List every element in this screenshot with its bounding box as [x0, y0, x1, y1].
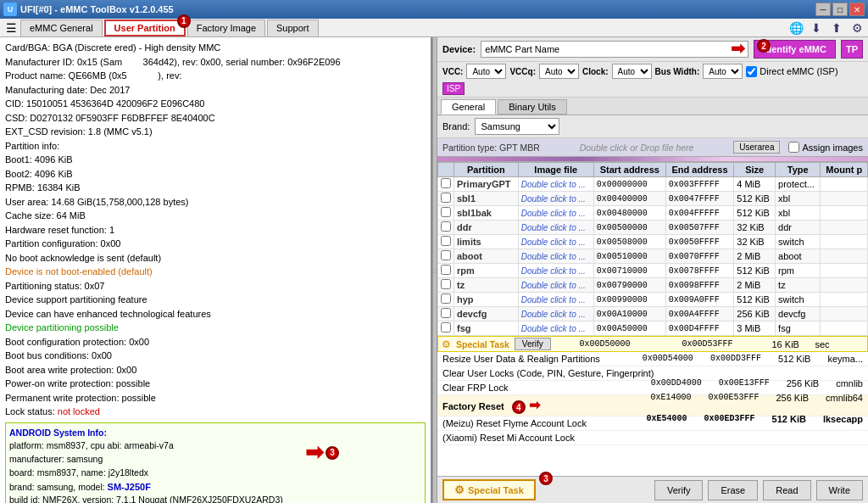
erase-button[interactable]: Erase	[708, 480, 758, 500]
row-image[interactable]: Double click to ...	[518, 278, 593, 293]
table-row[interactable]: limits Double click to ... 0x00508000 0x…	[438, 235, 868, 249]
table-row[interactable]: sbl1 Double click to ... 0x00400000 0x00…	[438, 192, 868, 206]
task-end: 0x00E13FFF	[719, 378, 770, 388]
row-image[interactable]: Double click to ...	[518, 293, 593, 307]
tab-user-partition[interactable]: User Partition 1	[104, 20, 186, 36]
brand-select[interactable]: Samsung	[475, 118, 559, 135]
special-end: 0x00D53FFF	[659, 339, 756, 349]
globe-icon[interactable]: 🌐	[787, 20, 805, 36]
annotation-badge-3: 3	[326, 446, 339, 460]
row-checkbox[interactable]	[438, 206, 454, 221]
row-type: xbl	[776, 192, 821, 206]
permanent-prot-line: Permanent write protection: possible	[5, 391, 426, 405]
row-image[interactable]: Double click to ...	[518, 192, 593, 206]
row-image[interactable]: Double click to ...	[518, 235, 593, 249]
assign-images-checkbox[interactable]	[788, 142, 799, 153]
direct-emmc-checkbox-label[interactable]: Direct eMMC (ISP)	[746, 66, 837, 77]
assign-images-label[interactable]: Assign images	[788, 142, 863, 153]
upload-icon[interactable]: ⬆	[827, 20, 846, 36]
row-checkbox[interactable]	[438, 264, 454, 278]
read-button[interactable]: Read	[763, 480, 810, 500]
tab-support[interactable]: Support	[267, 20, 319, 36]
row-checkbox[interactable]	[438, 249, 454, 264]
userarea-button[interactable]: Userarea	[733, 141, 780, 154]
table-row[interactable]: aboot Double click to ... 0x00510000 0x0…	[438, 249, 868, 264]
row-partition: devcfg	[454, 307, 519, 321]
task-row[interactable]: Clear User Locks (Code, PIN, Gesture, Fi…	[437, 366, 868, 381]
row-end: 0x004FFFFF	[665, 206, 733, 221]
tab-factory-image[interactable]: Factory Image	[187, 20, 265, 36]
row-type: tz	[776, 278, 821, 293]
verify-button[interactable]: Verify	[654, 480, 704, 500]
row-image[interactable]: Double click to ...	[518, 221, 593, 235]
row-type: fsg	[776, 321, 821, 336]
titlebar-controls[interactable]: ─ □ ✕	[815, 3, 865, 16]
verify-special-button[interactable]: Verify	[515, 338, 551, 350]
row-size: 32 KiB	[734, 235, 776, 249]
table-row[interactable]: sbl1bak Double click to ... 0x00480000 0…	[438, 206, 868, 221]
row-image[interactable]: Double click to ...	[518, 321, 593, 336]
row-image[interactable]: Double click to ...	[518, 307, 593, 321]
row-checkbox[interactable]	[438, 278, 454, 293]
row-image[interactable]: Double click to ...	[518, 264, 593, 278]
row-start: 0x00710000	[593, 264, 665, 278]
table-row[interactable]: hyp Double click to ... 0x00990000 0x009…	[438, 293, 868, 307]
write-button[interactable]: Write	[816, 480, 863, 500]
minimize-button[interactable]: ─	[815, 3, 831, 16]
row-checkbox[interactable]	[438, 321, 454, 336]
tab-emmc-general[interactable]: eMMC General	[20, 20, 103, 36]
direct-emmc-checkbox[interactable]	[746, 66, 757, 77]
special-start: 0x00D50000	[556, 339, 654, 349]
row-image[interactable]: Double click to ...	[518, 249, 593, 264]
row-partition: PrimaryGPT	[454, 177, 519, 192]
row-checkbox[interactable]	[438, 235, 454, 249]
settings-icon[interactable]: ⚙	[848, 20, 866, 36]
row-image[interactable]: Double click to ...	[518, 206, 593, 221]
sub-tab-binary-utils[interactable]: Binary Utils	[498, 99, 567, 115]
task-row[interactable]: (Xiaomi) Reset Mi Account Lock	[437, 431, 868, 445]
sub-tab-general[interactable]: General	[441, 99, 496, 115]
row-checkbox[interactable]	[438, 177, 454, 192]
vccq-select[interactable]: Auto	[539, 64, 579, 79]
special-task-button[interactable]: ⚙ Special Task	[442, 479, 536, 500]
row-checkbox[interactable]	[438, 307, 454, 321]
row-start: 0x00508000	[593, 235, 665, 249]
annotation-arrow-4: ➡	[529, 398, 540, 412]
titlebar-left: U UFI[#0] - eMMC ToolBox v1.2.0.455	[3, 3, 174, 16]
device-input[interactable]	[481, 41, 748, 58]
task-type: keyma...	[827, 354, 863, 364]
row-type: devcfg	[776, 307, 821, 321]
row-partition: sbl1	[454, 192, 519, 206]
task-size: 256 KiB	[787, 378, 820, 388]
table-row[interactable]: devcfg Double click to ... 0x00A10000 0x…	[438, 307, 868, 321]
tp-button[interactable]: TP	[841, 40, 863, 59]
close-button[interactable]: ✕	[849, 3, 865, 16]
drop-area[interactable]: Double click or Drop file here	[548, 143, 726, 153]
device-label: Device:	[442, 44, 476, 54]
maximize-button[interactable]: □	[832, 3, 848, 16]
vcc-select[interactable]: Auto	[466, 64, 506, 79]
table-row[interactable]: tz Double click to ... 0x00790000 0x0098…	[438, 278, 868, 293]
isp-button[interactable]: ISP	[442, 82, 465, 95]
row-start: 0x00510000	[593, 249, 665, 264]
row-image[interactable]: Double click to ...	[518, 177, 593, 192]
col-checkbox	[438, 163, 454, 177]
row-size: 32 KiB	[734, 221, 776, 235]
task-row[interactable]: Resize User Data & Realign Partitions 0x…	[437, 352, 868, 366]
clock-select[interactable]: Auto	[612, 64, 652, 79]
row-checkbox[interactable]	[438, 192, 454, 206]
row-checkbox[interactable]	[438, 221, 454, 235]
table-row[interactable]: PrimaryGPT Double click to ... 0x0000000…	[438, 177, 868, 192]
row-checkbox[interactable]	[438, 293, 454, 307]
bus-width-select[interactable]: Auto	[703, 64, 743, 79]
row-mount	[821, 321, 868, 336]
table-row[interactable]: rpm Double click to ... 0x00710000 0x007…	[438, 264, 868, 278]
power-on-prot-line: Power-on write protection: possible	[5, 377, 426, 391]
table-row[interactable]: fsg Double click to ... 0x00A50000 0x00D…	[438, 321, 868, 336]
row-mount	[821, 177, 868, 192]
col-type: Type	[776, 163, 821, 177]
table-row[interactable]: ddr Double click to ... 0x00500000 0x005…	[438, 221, 868, 235]
download-icon[interactable]: ⬇	[807, 20, 826, 36]
android-title: ANDROID System Info:	[9, 427, 421, 440]
hamburger-menu[interactable]: ☰	[2, 20, 20, 36]
